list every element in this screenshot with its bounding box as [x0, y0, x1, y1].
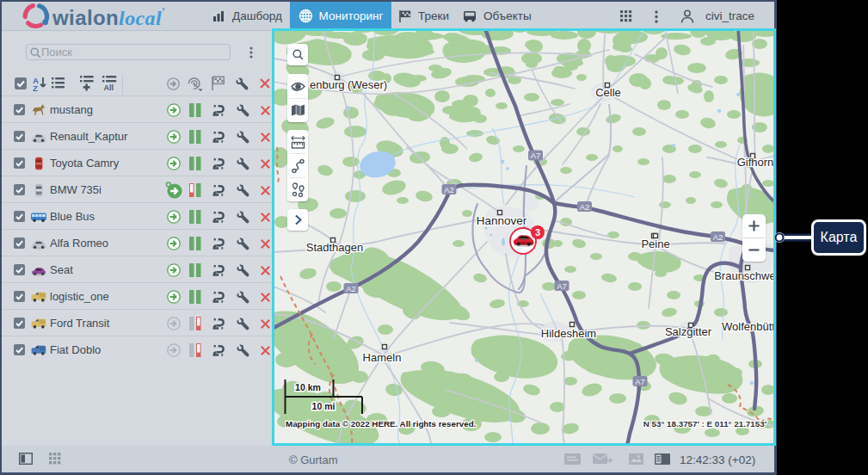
svg-text:Peine: Peine: [641, 238, 669, 250]
svg-text:Celle: Celle: [595, 86, 621, 99]
svg-text:All: All: [104, 83, 114, 91]
svg-text:Mapping data © 2022 HERE. All: Mapping data © 2022 HERE. All rights res…: [286, 419, 477, 429]
svg-text:Z: Z: [33, 83, 38, 92]
svg-text:10 km: 10 km: [295, 382, 321, 392]
svg-text:Hameln: Hameln: [363, 351, 402, 364]
svg-text:Wolfenbüttel: Wolfenbüttel: [722, 320, 774, 333]
svg-text:Stadthagen: Stadthagen: [306, 241, 364, 254]
svg-text:Gifhorn: Gifhorn: [737, 156, 774, 169]
svg-text:N 53° 18.3757′ : E 011° 21.715: N 53° 18.3757′ : E 011° 21.7153′: [643, 419, 767, 429]
svg-text:3: 3: [535, 227, 540, 238]
svg-text:A7: A7: [557, 281, 567, 291]
svg-text:Salzgitter: Salzgitter: [665, 325, 712, 338]
svg-text:Hannover: Hannover: [477, 214, 527, 227]
svg-text:A7: A7: [635, 377, 645, 386]
svg-text:A2: A2: [580, 202, 590, 212]
svg-text:A7: A7: [531, 151, 541, 160]
svg-text:A2: A2: [713, 232, 723, 242]
svg-text:A2: A2: [444, 185, 454, 194]
svg-text:A2: A2: [346, 284, 356, 293]
svg-text:Braunschweig: Braunschweig: [714, 269, 774, 282]
svg-text:10 mi: 10 mi: [312, 401, 336, 411]
svg-text:Hildesheim: Hildesheim: [541, 327, 596, 340]
svg-text:enburg (Weser): enburg (Weser): [310, 78, 387, 91]
